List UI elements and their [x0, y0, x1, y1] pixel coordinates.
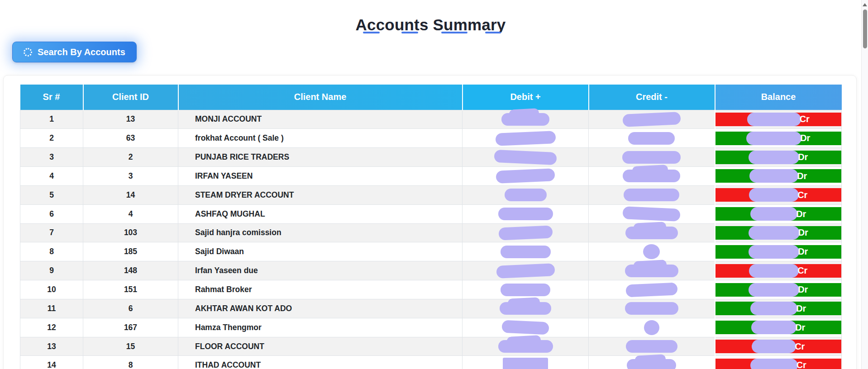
scroll-up-arrow-icon[interactable] [863, 3, 867, 6]
cell-client-name: MONJI ACCOUNT [178, 110, 463, 129]
balance-type-label: Cr [796, 360, 806, 369]
redaction-blob [496, 169, 555, 184]
redaction-blob [501, 113, 549, 126]
cell-client-id: 2 [83, 148, 178, 167]
table-row: 1315FLOOR ACCOUNTCr [20, 337, 842, 356]
cell-balance: Cr [715, 110, 842, 129]
cell-credit-redacted [589, 185, 715, 204]
balance-type-label: Cr [800, 114, 810, 124]
cell-credit-redacted [589, 337, 715, 356]
cell-credit-redacted [589, 299, 715, 318]
redaction-blob [626, 340, 677, 353]
cell-debit-redacted [463, 299, 589, 318]
cell-debit-redacted [463, 185, 589, 204]
redaction-blob [749, 245, 799, 259]
cell-sr: 7 [20, 223, 83, 242]
balance-type-label: Dr [798, 284, 808, 295]
search-by-accounts-button[interactable]: Search By Accounts [12, 42, 137, 62]
cell-client-name: Sajid hanjra comission [178, 223, 463, 242]
cell-client-id: 63 [83, 129, 178, 148]
cell-credit-redacted [589, 318, 715, 337]
table-row: 8185Sajid DiwaanDr [20, 242, 842, 261]
table-row: 9148Irfan Yaseen dueCr [20, 261, 842, 280]
cell-client-id: 3 [83, 167, 178, 186]
cell-client-name: Rahmat Broker [178, 280, 463, 299]
cell-client-name: Sajid Diwaan [178, 242, 463, 261]
balance-type-label: Dr [796, 303, 806, 314]
cell-sr: 6 [20, 204, 83, 223]
column-header-client-name: Client Name [178, 85, 463, 110]
cell-credit-redacted [589, 223, 715, 242]
cell-credit-redacted [589, 167, 715, 186]
cell-debit-redacted [463, 167, 589, 186]
table-row: 12167Hamza ThengmorDr [20, 318, 842, 337]
cell-sr: 5 [20, 185, 83, 204]
cell-debit-redacted [463, 129, 589, 148]
cell-client-name: PUNJAB RICE TRADERS [178, 148, 463, 167]
column-header-credit: Credit - [589, 85, 715, 110]
balance-type-label: Dr [800, 133, 810, 143]
redaction-blob [752, 340, 796, 353]
cell-client-name: AKHTAR AWAN KOT ADO [178, 299, 463, 318]
redaction-blob [749, 151, 799, 164]
redaction-blob [624, 189, 679, 201]
redaction-blob [505, 189, 547, 201]
cell-balance: Dr [715, 299, 842, 318]
cell-client-id: 185 [83, 242, 178, 261]
vertical-scrollbar[interactable] [861, 0, 868, 369]
redaction-blob [494, 150, 557, 165]
column-header-debit: Debit + [463, 85, 589, 110]
cell-debit-redacted [463, 242, 589, 261]
cell-client-id: 15 [83, 337, 178, 356]
redaction-blob [623, 206, 681, 222]
cell-credit-redacted [589, 261, 715, 280]
cell-debit-redacted [463, 280, 589, 299]
column-header-balance: Balance [715, 85, 842, 110]
cell-client-name: FLOOR ACCOUNT [178, 337, 463, 356]
cell-client-id: 13 [83, 110, 178, 129]
cell-debit-redacted [463, 337, 589, 356]
cell-sr: 3 [20, 148, 83, 167]
redaction-blob [622, 112, 681, 127]
redaction-blob [498, 340, 553, 353]
redaction-blob [746, 132, 801, 145]
scrollbar-thumb[interactable] [863, 9, 867, 48]
balance-type-label: Cr [797, 265, 807, 276]
cell-client-id: 14 [83, 185, 178, 204]
balance-type-label: Dr [797, 171, 807, 181]
table-row: 113MONJI ACCOUNTCr [20, 110, 842, 129]
balance-type-label: Dr [796, 209, 806, 219]
table-row: 10151Rahmat BrokerDr [20, 280, 842, 299]
redaction-blob [498, 208, 553, 220]
cell-debit-redacted [463, 204, 589, 223]
cell-client-name: IRFAN YASEEN [178, 167, 463, 186]
cell-client-name: frokhat Account ( Sale ) [178, 129, 463, 148]
redaction-blob [503, 358, 548, 369]
cell-balance: Dr [715, 223, 842, 242]
redaction-blob [628, 132, 675, 145]
title-underline-mark [401, 32, 418, 33]
redaction-blob [501, 246, 551, 258]
cell-sr: 8 [20, 242, 83, 261]
cell-balance: Cr [715, 261, 842, 280]
redaction-blob [749, 283, 799, 297]
cell-balance: Dr [715, 204, 842, 223]
spinner-icon [24, 48, 32, 57]
balance-type-label: Dr [795, 322, 805, 333]
cell-sr: 13 [20, 337, 83, 356]
redaction-blob [627, 359, 676, 369]
redaction-blob [496, 263, 555, 279]
redaction-blob [495, 131, 556, 146]
table-row: 32PUNJAB RICE TRADERSDr [20, 148, 842, 167]
accounts-table: Sr # Client ID Client Name Debit + Credi… [20, 85, 842, 369]
column-header-client-id: Client ID [83, 85, 178, 110]
cell-client-id: 167 [83, 318, 178, 337]
redaction-blob [501, 320, 549, 335]
redaction-blob [625, 265, 678, 277]
redaction-blob [749, 188, 799, 202]
balance-type-label: Cr [797, 190, 807, 200]
table-row: 514STEAM DRYER ACCOUNTCr [20, 185, 842, 204]
cell-client-id: 151 [83, 280, 178, 299]
accounts-table-card: Sr # Client ID Client Name Debit + Credi… [3, 75, 857, 369]
cell-credit-redacted [589, 204, 715, 223]
